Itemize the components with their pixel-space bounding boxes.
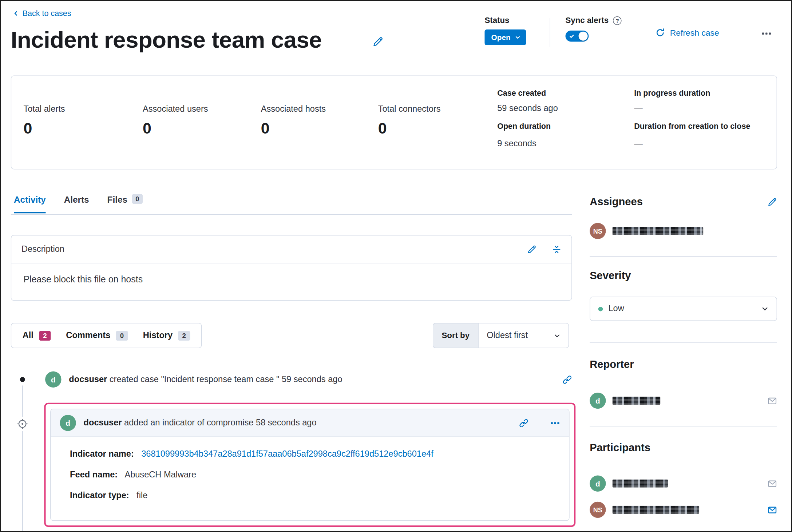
refresh-label: Refresh case <box>670 28 719 37</box>
reporter-header: Reporter <box>590 358 777 370</box>
comment-body: Indicator name: 3681099993b4b347a28a91d1… <box>51 437 569 521</box>
avatar: d <box>60 415 76 431</box>
filter-history[interactable]: History 2 <box>143 330 190 341</box>
avatar: d <box>590 393 606 409</box>
app-window: Back to cases Incident response team cas… <box>0 0 792 532</box>
tab-label: Files <box>107 195 127 205</box>
metric-label: Associated users <box>143 104 208 114</box>
metric-value: 0 <box>378 119 441 138</box>
sidebar-divider <box>590 426 777 426</box>
redacted-name <box>613 480 668 488</box>
email-participant-button[interactable] <box>768 505 777 515</box>
description-panel: Description Please block this file on ho… <box>11 235 572 301</box>
description-title: Description <box>21 244 64 254</box>
sort-by-label: Sort by <box>433 323 478 348</box>
email-reporter-button[interactable] <box>768 396 777 405</box>
comment-header: d docsuser added an indicator of comprom… <box>51 409 569 437</box>
indicator-type-row: Indicator type: file <box>70 491 555 501</box>
crosshair-icon <box>16 418 28 430</box>
link-icon <box>562 375 572 384</box>
case-actions-button[interactable] <box>757 27 776 40</box>
envelope-icon <box>768 396 777 405</box>
tab-alerts[interactable]: Alerts <box>64 195 89 213</box>
files-count-badge: 0 <box>132 194 142 204</box>
filter-comments[interactable]: Comments 0 <box>66 330 128 341</box>
case-tabs: Activity Alerts Files 0 <box>14 195 143 213</box>
metric-total-connectors: Total connectors 0 <box>378 104 441 138</box>
case-created-value: 59 seconds ago <box>497 103 626 114</box>
metric-associated-users: Associated users 0 <box>143 104 208 138</box>
back-to-cases-link[interactable]: Back to cases <box>13 9 71 18</box>
description-header: Description <box>11 235 571 263</box>
edit-title-button[interactable] <box>372 36 384 47</box>
boxes-horizontal-icon <box>550 418 560 428</box>
severity-low-dot-icon <box>598 306 603 311</box>
tab-files[interactable]: Files 0 <box>107 195 143 213</box>
in-progress-label: In progress duration <box>634 88 763 98</box>
status-dropdown[interactable]: Open <box>484 29 526 45</box>
redacted-name <box>613 506 700 514</box>
sync-alerts-label: Sync alerts <box>566 16 609 25</box>
severity-select[interactable]: Low <box>590 297 777 321</box>
collapse-description-button[interactable] <box>552 245 561 254</box>
description-text: Please block this file on hosts <box>11 263 571 296</box>
boxes-horizontal-icon <box>761 28 772 39</box>
indicator-comment-card: d docsuser added an indicator of comprom… <box>50 409 570 521</box>
reporter-title: Reporter <box>590 358 634 370</box>
envelope-icon <box>768 505 777 515</box>
metric-total-alerts: Total alerts 0 <box>23 104 65 138</box>
tab-activity[interactable]: Activity <box>14 195 46 213</box>
status-section: Status Open <box>484 16 526 45</box>
comment-actions-button[interactable] <box>550 418 560 428</box>
metric-label: Associated hosts <box>261 104 326 114</box>
avatar: NS <box>590 223 606 239</box>
indicator-event-node <box>15 417 29 431</box>
reporter-row: d <box>590 393 777 409</box>
feed-name-row: Feed name: AbuseCH Malware <box>70 470 555 480</box>
help-icon[interactable] <box>613 16 622 25</box>
comment-header-text: docsuser added an indicator of compromis… <box>84 418 511 428</box>
timeline-vertical-line <box>22 376 23 532</box>
comments-count-badge: 0 <box>116 331 128 340</box>
sync-alerts-toggle[interactable] <box>566 31 589 42</box>
chevron-down-icon <box>761 305 768 312</box>
case-duration-column: In progress duration — Duration from cre… <box>634 88 763 157</box>
case-timing-column: Case created 59 seconds ago Open duratio… <box>497 88 626 157</box>
sort-control: Sort by Oldest first <box>433 323 569 348</box>
history-count-badge: 2 <box>178 331 190 340</box>
open-duration-value: 9 seconds <box>497 139 626 149</box>
creation-to-close-label: Duration from creation to close <box>634 122 763 132</box>
pencil-icon <box>372 36 384 47</box>
link-icon <box>519 418 528 428</box>
back-link-label: Back to cases <box>23 9 71 18</box>
created-event-text: docsuser created case "Incident response… <box>69 374 555 385</box>
sort-order-select[interactable]: Oldest first <box>478 323 569 348</box>
severity-value: Low <box>608 304 624 314</box>
fold-icon <box>552 245 561 254</box>
username: docsuser <box>84 418 122 427</box>
copy-event-link-button[interactable] <box>562 375 572 384</box>
indicator-name-link[interactable]: 3681099993b4b347a28a91d1f57aaa06b5af2998… <box>141 449 433 458</box>
filter-all[interactable]: All 2 <box>23 330 51 341</box>
edit-description-button[interactable] <box>527 245 536 254</box>
refresh-case-button[interactable]: Refresh case <box>656 28 719 37</box>
header-divider <box>550 18 550 47</box>
edit-assignees-button[interactable] <box>768 197 777 206</box>
page-title: Incident response team case <box>11 26 322 53</box>
created-event-row: d docsuser created case "Incident respon… <box>45 372 572 388</box>
copy-comment-link-button[interactable] <box>519 418 528 428</box>
pencil-icon <box>768 197 777 206</box>
open-duration-label: Open duration <box>497 122 626 132</box>
dot-icon <box>20 377 25 382</box>
all-count-badge: 2 <box>39 331 51 340</box>
tab-label: Alerts <box>64 195 89 205</box>
field-label: Indicator type: <box>70 491 129 500</box>
participants-header: Participants <box>590 442 777 454</box>
field-label: Indicator name: <box>70 449 134 458</box>
status-label: Status <box>484 16 526 25</box>
highlighted-comment-outline: d docsuser added an indicator of comprom… <box>44 403 575 527</box>
redacted-name <box>613 227 704 235</box>
timeline-dot <box>16 373 28 385</box>
redacted-name <box>613 397 661 405</box>
email-participant-button[interactable] <box>768 479 777 488</box>
